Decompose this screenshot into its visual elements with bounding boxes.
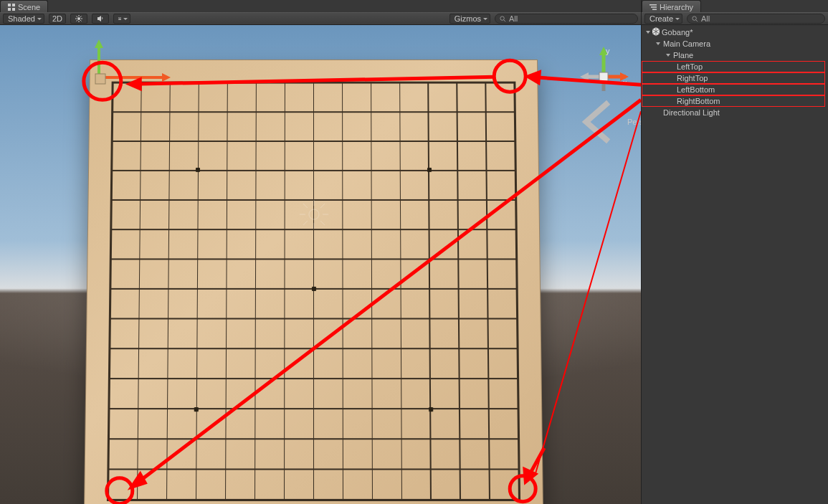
svg-line-9 [76, 16, 77, 18]
svg-line-16 [504, 19, 506, 22]
scene-search-placeholder: All [509, 14, 518, 23]
gizmos-dropdown[interactable]: Gizmos [449, 14, 490, 24]
audio-toggle[interactable] [92, 14, 109, 24]
svg-rect-3 [12, 8, 15, 11]
shading-mode-dropdown[interactable]: Shaded [3, 14, 44, 24]
svg-marker-36 [580, 72, 589, 81]
scene-tab[interactable]: Scene [0, 0, 48, 12]
svg-point-14 [119, 18, 120, 19]
svg-line-12 [76, 20, 77, 22]
svg-point-4 [77, 17, 80, 20]
lighting-toggle[interactable] [70, 14, 87, 24]
svg-line-10 [80, 20, 82, 22]
hierarchy-search-placeholder: All [701, 14, 710, 23]
svg-point-15 [500, 16, 504, 19]
scene-search[interactable]: All [495, 14, 638, 24]
hierarchy-tree: Gobang* Main Camera Plane LeftTop RightT… [642, 25, 828, 120]
svg-marker-27 [95, 39, 103, 48]
axis-x-label: x [623, 78, 627, 87]
scene-tabbar: Scene [0, 0, 641, 12]
svg-line-22 [303, 204, 307, 208]
svg-rect-2 [8, 8, 11, 11]
tree-item-main-camera[interactable]: Main Camera [642, 38, 828, 49]
hierarchy-search[interactable]: All [687, 14, 825, 24]
svg-rect-54 [652, 9, 657, 10]
tree-item-plane[interactable]: Plane [642, 49, 828, 61]
svg-line-24 [320, 204, 325, 208]
hierarchy-tabbar: Hierarchy [642, 0, 828, 12]
axis-y-label: y [606, 47, 610, 55]
tree-item-lefttop[interactable]: LeftTop [642, 61, 825, 72]
svg-point-17 [308, 209, 318, 219]
chevron-left-icon [575, 97, 625, 147]
svg-line-11 [80, 16, 82, 18]
scene-root-label: Gobang* [660, 28, 693, 37]
scene-toolbar: Shaded 2D Gizmos All [0, 12, 641, 25]
caret-down-icon[interactable] [655, 41, 662, 47]
search-icon [692, 16, 698, 22]
caret-down-icon[interactable] [644, 29, 652, 35]
svg-rect-53 [651, 6, 657, 8]
unity-icon [652, 27, 660, 37]
svg-rect-52 [649, 4, 657, 6]
fx-dropdown[interactable] [113, 14, 130, 24]
svg-rect-1 [12, 4, 15, 6]
tree-item-directional-light[interactable]: Directional Light [642, 107, 828, 118]
svg-line-56 [696, 19, 698, 22]
sun-icon [75, 15, 82, 22]
go-board-wrap [90, 60, 538, 504]
speaker-icon [97, 15, 104, 22]
light-gizmo [296, 197, 330, 233]
hierarchy-tab-label: Hierarchy [660, 3, 693, 11]
svg-marker-29 [162, 73, 171, 82]
svg-line-25 [303, 221, 307, 225]
create-dropdown[interactable]: Create [644, 14, 682, 24]
svg-rect-0 [8, 4, 11, 6]
projection-label[interactable]: Persp [575, 97, 641, 147]
scene-root-row[interactable]: Gobang* [642, 27, 828, 38]
scene-tab-label: Scene [18, 3, 40, 11]
hierarchy-icon [649, 4, 657, 11]
hierarchy-tab[interactable]: Hierarchy [642, 0, 701, 12]
scene-icon [8, 4, 15, 11]
svg-line-23 [320, 221, 325, 225]
image-icon [118, 16, 121, 22]
orientation-gizmo[interactable]: y x Persp [575, 47, 632, 148]
svg-point-55 [693, 16, 696, 19]
hierarchy-toolbar: Create All [642, 12, 828, 25]
search-icon [500, 16, 506, 22]
transform-gizmo [77, 38, 185, 95]
tree-item-righttop[interactable]: RightTop [642, 72, 825, 84]
tree-item-leftbottom[interactable]: LeftBottom [642, 84, 825, 95]
tree-item-rightbottom[interactable]: RightBottom [642, 95, 825, 107]
svg-rect-38 [599, 72, 608, 81]
scene-viewport[interactable]: y x Persp [0, 25, 641, 504]
mode-2d-button[interactable]: 2D [49, 14, 66, 24]
go-board[interactable] [84, 60, 544, 504]
caret-down-icon[interactable] [665, 52, 672, 58]
svg-rect-30 [95, 74, 105, 84]
